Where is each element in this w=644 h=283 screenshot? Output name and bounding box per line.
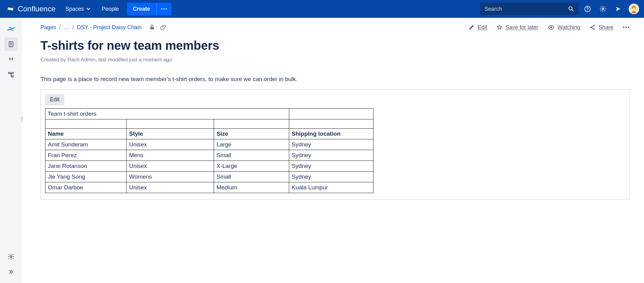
svg-point-9 xyxy=(632,7,636,11)
sidebar-page-tree[interactable] xyxy=(4,68,18,82)
attachments-icon[interactable] xyxy=(160,24,166,30)
breadcrumb-pages[interactable]: Pages xyxy=(40,24,56,31)
table-row: Jane Rotanson Unisex X-Large Sydney xyxy=(45,161,374,172)
table-row: Amit Sunderam Unisex Large Sydney xyxy=(45,139,374,150)
share-icon xyxy=(589,24,596,30)
table-row: Fran Perez Mens Small Sydney xyxy=(45,150,374,161)
space-logo-tile[interactable] xyxy=(4,22,18,36)
sidebar-resize-handle[interactable]: ‖ xyxy=(21,116,23,121)
page-byline: Created by Rach Admin, last modified jus… xyxy=(40,57,630,63)
gear-icon xyxy=(8,253,14,260)
breadcrumb-separator: / xyxy=(59,24,61,31)
action-edit-label: Edit xyxy=(477,24,487,31)
create-button[interactable]: Create xyxy=(127,3,156,15)
svg-rect-15 xyxy=(11,72,13,74)
breadcrumb-ellipsis[interactable]: … xyxy=(64,24,69,31)
search-input[interactable] xyxy=(485,6,565,12)
sheet-spacer-row xyxy=(45,119,374,129)
col-header-name: Name xyxy=(45,129,127,139)
cell-style: Unisex xyxy=(127,139,214,150)
svg-point-1 xyxy=(163,8,165,10)
page-actions: Edit Save for later Watching xyxy=(469,24,630,31)
intro-paragraph: This page is a place to record new team … xyxy=(40,76,630,83)
cell-size: Large xyxy=(214,139,289,150)
cell-style: Unisex xyxy=(127,182,214,193)
svg-line-4 xyxy=(572,10,573,11)
table-row: Jie Yang Song Womens Small Sydney xyxy=(45,172,374,182)
page-icon xyxy=(8,41,14,48)
ellipsis-icon xyxy=(623,26,630,28)
action-share[interactable]: Share xyxy=(589,24,613,31)
nav-spaces[interactable]: Spaces xyxy=(60,3,95,15)
nav-people[interactable]: People xyxy=(97,3,124,15)
sheet-empty-cell xyxy=(289,109,374,119)
ellipsis-icon xyxy=(161,8,167,10)
sidebar-blog[interactable] xyxy=(4,53,18,66)
chevrons-right-icon xyxy=(8,269,14,275)
svg-point-7 xyxy=(602,8,604,10)
eye-icon xyxy=(548,24,554,31)
action-save-for-later[interactable]: Save for later xyxy=(496,24,539,31)
cell-style: Mens xyxy=(127,150,214,161)
confluence-logo-icon xyxy=(6,5,15,13)
svg-point-19 xyxy=(152,28,152,28)
col-header-size: Size xyxy=(214,129,289,139)
panel-edit-button[interactable]: Edit xyxy=(45,94,64,105)
svg-point-26 xyxy=(628,27,630,28)
app-name: Confluence xyxy=(18,5,56,13)
quote-icon xyxy=(8,56,14,63)
svg-point-3 xyxy=(569,7,572,10)
nav-people-label: People xyxy=(102,6,119,12)
gear-icon xyxy=(600,6,606,12)
sheet-title-row: Team t-shirt orders xyxy=(45,109,374,119)
svg-point-22 xyxy=(593,25,595,26)
notifications-button[interactable] xyxy=(612,3,624,15)
create-more-button[interactable] xyxy=(156,3,171,15)
chevron-down-icon xyxy=(86,7,90,11)
svg-point-23 xyxy=(593,29,595,30)
svg-point-24 xyxy=(623,27,625,28)
svg-point-2 xyxy=(166,8,167,10)
search-box[interactable] xyxy=(480,3,578,15)
breadcrumb-parent[interactable]: DSY - Project Daisy Chain xyxy=(77,24,142,31)
search-icon xyxy=(568,6,574,12)
svg-point-0 xyxy=(161,8,163,10)
cell-location: Sydney xyxy=(289,161,374,172)
svg-rect-16 xyxy=(11,76,13,77)
svg-point-20 xyxy=(550,26,552,28)
cell-location: Sydney xyxy=(289,172,374,182)
cell-size: Small xyxy=(214,150,289,161)
notification-icon xyxy=(615,6,621,12)
cell-size: X-Large xyxy=(214,161,289,172)
cell-location: Sydney xyxy=(289,150,374,161)
action-share-label: Share xyxy=(599,24,613,31)
nav-spaces-label: Spaces xyxy=(65,6,84,12)
restrictions-icon[interactable] xyxy=(149,24,155,30)
action-save-label: Save for later xyxy=(506,24,539,31)
action-watching-label: Watching xyxy=(558,24,580,31)
cell-style: Unisex xyxy=(127,161,214,172)
app-logo[interactable]: Confluence xyxy=(5,5,59,13)
sidebar-space-settings[interactable] xyxy=(4,250,18,263)
col-header-style: Style xyxy=(127,129,214,139)
settings-button[interactable] xyxy=(597,3,609,15)
col-header-location: Shipping location xyxy=(289,129,374,139)
svg-point-6 xyxy=(587,10,588,10)
cell-name: Jane Rotanson xyxy=(45,161,127,172)
sidebar-expand[interactable] xyxy=(4,265,18,279)
cell-style: Womens xyxy=(127,172,214,182)
sidebar-pages[interactable] xyxy=(4,37,18,51)
cell-size: Medium xyxy=(214,182,289,193)
help-icon xyxy=(584,6,591,12)
action-edit[interactable]: Edit xyxy=(469,24,487,31)
action-more[interactable] xyxy=(623,26,630,28)
top-nav: Confluence Spaces People Create xyxy=(0,0,644,18)
sheet-title: Team t-shirt orders xyxy=(45,109,289,119)
breadcrumb: Pages / … / DSY - Project Daisy Chain xyxy=(40,24,166,31)
action-watching[interactable]: Watching xyxy=(548,24,580,31)
cell-name: Fran Perez xyxy=(45,150,127,161)
left-sidebar: ‖ xyxy=(0,18,22,283)
profile-avatar[interactable] xyxy=(629,4,639,14)
help-button[interactable] xyxy=(581,3,594,15)
table-header-row: Name Style Size Shipping location xyxy=(45,129,374,139)
